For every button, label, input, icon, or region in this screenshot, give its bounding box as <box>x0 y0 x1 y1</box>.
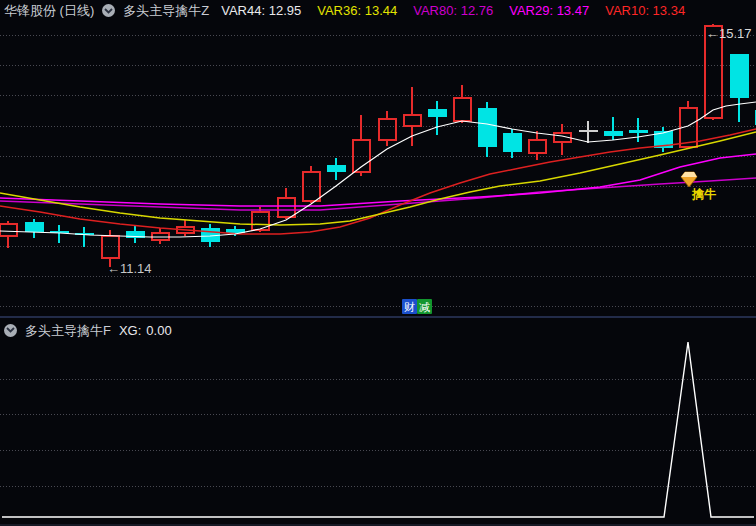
candle-doji <box>579 130 598 132</box>
candle-up <box>0 224 17 236</box>
candle-up <box>278 198 295 217</box>
candle-up <box>379 119 396 140</box>
panel-divider <box>0 316 756 318</box>
sub-chart-header: 多头主导擒牛F XG: 0.00 <box>4 321 172 339</box>
candle-down <box>478 108 497 147</box>
event-tag-text: 财 <box>404 301 415 313</box>
candle-up <box>102 236 119 258</box>
ma-magenta-dark <box>0 178 756 210</box>
candle-up <box>404 115 421 126</box>
candle-down <box>629 130 648 133</box>
stock-title: 华锋股份 (日线) <box>4 1 94 20</box>
header-vars: VAR44: 12.95VAR36: 13.44VAR80: 12.76VAR2… <box>221 1 685 20</box>
ma-magenta-bright <box>0 154 756 206</box>
candlestick-chart-canvas[interactable]: ←11.14←15.17财减擒牛 <box>0 0 756 526</box>
signal-label: 擒牛 <box>691 187 717 201</box>
xg-value: 0.00 <box>146 321 171 340</box>
candle-up <box>529 140 546 153</box>
chevron-down-circle-icon[interactable] <box>102 4 115 17</box>
candle-down <box>604 131 623 136</box>
ma-red <box>0 129 756 234</box>
candle-down <box>25 222 44 232</box>
xg-label: XG: <box>119 321 141 340</box>
indicator-var-reading: VAR10: 13.34 <box>605 1 685 20</box>
event-tag-text: 减 <box>419 301 430 313</box>
candle-down <box>428 109 447 117</box>
candle-down <box>503 133 522 152</box>
price-label: ←15.17 <box>706 26 752 41</box>
candle-down <box>730 54 749 98</box>
indicator-var-reading: VAR80: 12.76 <box>413 1 493 20</box>
indicator-var-reading: VAR29: 13.47 <box>509 1 589 20</box>
main-indicator-name: 多头主导擒牛Z <box>123 1 209 20</box>
candle-up <box>454 98 471 121</box>
price-label: ←11.14 <box>107 261 152 276</box>
candle-up <box>303 172 320 201</box>
trading-app-window: ←11.14←15.17财减擒牛 华锋股份 (日线) 多头主导擒牛Z VAR44… <box>0 0 756 526</box>
sub-indicator-name: 多头主导擒牛F <box>25 321 111 340</box>
indicator-var-reading: VAR36: 13.44 <box>317 1 397 20</box>
indicator-var-reading: VAR44: 12.95 <box>221 1 301 20</box>
chevron-down-circle-icon[interactable] <box>4 324 17 337</box>
candle-down <box>327 165 346 172</box>
xg-signal-line <box>2 342 754 517</box>
main-chart-header: 华锋股份 (日线) 多头主导擒牛Z VAR44: 12.95VAR36: 13.… <box>4 1 685 20</box>
